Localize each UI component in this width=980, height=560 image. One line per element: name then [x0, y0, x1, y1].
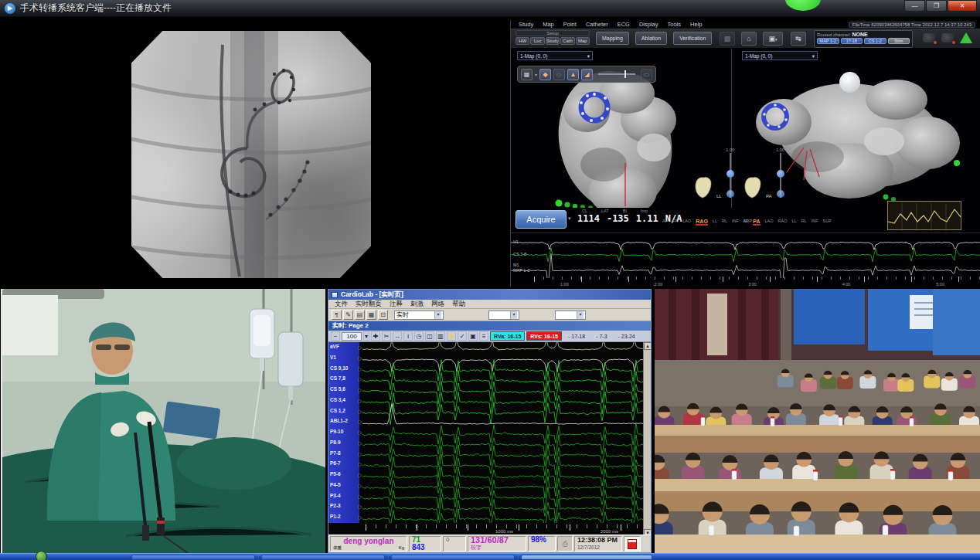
orientation-label[interactable]: LL: [713, 219, 717, 226]
orientation-label[interactable]: LL: [792, 219, 797, 226]
combobox-empty-2[interactable]: ▾: [555, 311, 586, 320]
carto-menu-item[interactable]: Map: [543, 21, 554, 28]
mode-button[interactable]: Ablation: [635, 32, 667, 45]
orientation-label[interactable]: SUP: [823, 219, 832, 226]
channel-pair-label[interactable]: - 17-18: [563, 334, 590, 339]
rva-channel-button[interactable]: RVa: 16-15: [490, 331, 525, 341]
close-button[interactable]: ✕: [948, 0, 977, 12]
channel-row[interactable]: ABL1-2 ▶: [328, 416, 359, 427]
channel-label[interactable]: P7-8: [330, 450, 341, 456]
orientation-label[interactable]: INF: [732, 219, 739, 226]
rvs-channel-button[interactable]: RVs: 16-15: [526, 331, 562, 341]
channel-label[interactable]: P3-4: [330, 493, 341, 498]
channel-label[interactable]: P1-2: [330, 514, 341, 519]
carto-menu-item[interactable]: Tools: [668, 21, 682, 28]
channel-row[interactable]: CS 7,8 ▶: [328, 374, 359, 385]
combobox-empty[interactable]: ▾: [488, 311, 519, 320]
view-mode-button[interactable]: ▦: [521, 69, 533, 80]
carto-menu-item[interactable]: Catheter: [586, 21, 608, 28]
color-map-button[interactable]: ▲: [567, 69, 579, 80]
chevron-down-icon[interactable]: ▾: [568, 216, 571, 222]
amplitude-icon-button[interactable]: Ι: [403, 331, 413, 341]
cardiolab-menu-item[interactable]: 刺激: [410, 300, 424, 309]
channel-label[interactable]: P8-9: [330, 440, 341, 445]
map-selector-left[interactable]: 1-Map (0, 0)▾: [517, 51, 593, 60]
fill-threshold-button[interactable]: ◆: [539, 69, 551, 80]
projection-button[interactable]: ◢: [581, 69, 593, 80]
orientation-label[interactable]: PA: [753, 219, 760, 226]
grid-icon-button[interactable]: ▦: [366, 310, 376, 320]
carto-menu-item[interactable]: ECG: [618, 21, 630, 28]
channel-row[interactable]: P4-5 ▶: [328, 480, 359, 491]
marker-icon-button[interactable]: ✓: [458, 331, 467, 341]
taskbar-button[interactable]: [131, 555, 255, 560]
orientation-label[interactable]: LAO: [765, 219, 774, 226]
channel-row[interactable]: P1-2 ▶: [328, 512, 359, 523]
channel-row[interactable]: CS 9,10 ▶: [328, 364, 359, 375]
setup-button[interactable]: Cath: [560, 37, 574, 45]
taskbar-button[interactable]: [391, 555, 515, 560]
pages-icon-button[interactable]: ▤: [355, 310, 365, 320]
snapshot-icon-button[interactable]: ▣▾: [763, 32, 783, 46]
channel-label[interactable]: CS 9,10: [330, 365, 349, 371]
carto-menu-item[interactable]: Study: [519, 21, 533, 28]
cardiolab-menu-item[interactable]: 注释: [390, 300, 403, 309]
record-indicator[interactable]: [624, 536, 641, 552]
vertical-scrollbar[interactable]: ▲▼: [643, 342, 651, 537]
setup-button[interactable]: Map: [576, 37, 590, 45]
chevron-down-icon[interactable]: ▾: [363, 331, 369, 341]
orientation-label[interactable]: INF: [812, 219, 818, 226]
orientation-label[interactable]: AP: [743, 219, 748, 226]
channel-label[interactable]: V1: [330, 355, 336, 360]
cardiolab-menu-item[interactable]: 网络: [431, 300, 444, 309]
channel-row[interactable]: CS 3,4 ▶: [328, 395, 359, 406]
channel-row[interactable]: P2-3 ▶: [328, 501, 359, 512]
channel-pair-label[interactable]: - 23-24: [614, 334, 640, 339]
channel-row[interactable]: V1 ▶: [328, 353, 359, 364]
carto-menu-item[interactable]: Help: [690, 21, 702, 28]
carto-menu-item[interactable]: Point: [563, 21, 577, 28]
restore-button[interactable]: ❐: [926, 0, 947, 12]
print-icon-button[interactable]: ¶: [332, 310, 342, 320]
channel-row[interactable]: CS 5,6 ▶: [328, 385, 359, 395]
mode-button[interactable]: Verification: [673, 32, 712, 45]
channel-row[interactable]: P8-9 ▶: [328, 438, 359, 449]
channel-label[interactable]: CS 1,2: [330, 408, 345, 413]
channel-label[interactable]: P5-6: [330, 471, 341, 477]
routed-channel-button[interactable]: MAP 1-2: [817, 38, 839, 44]
channel-label[interactable]: CS 7,8: [330, 375, 345, 381]
signal-routing-icon-button[interactable]: ↹: [791, 32, 806, 46]
zoom-in-button[interactable]: ✚: [371, 331, 380, 341]
channel-row[interactable]: aVF ▶: [328, 342, 359, 353]
save-icon-button[interactable]: ≡: [479, 331, 488, 341]
zoom-out-button[interactable]: −: [331, 331, 340, 341]
channel-row[interactable]: CS 1,2 ▶: [328, 406, 359, 417]
zoom-slider-right[interactable]: 1.00: [775, 148, 786, 199]
setup-button[interactable]: HW: [516, 37, 529, 45]
mode-button[interactable]: Mapping: [596, 32, 629, 45]
split-icon-button[interactable]: ◫: [425, 331, 434, 341]
alarm-icon-button[interactable]: ⌂: [741, 32, 757, 46]
channel-label[interactable]: CS 3,4: [330, 397, 345, 402]
taskbar-button-active[interactable]: [521, 555, 652, 560]
orientation-label[interactable]: RAO: [696, 219, 708, 226]
opacity-slider[interactable]: [598, 73, 635, 75]
orientation-label[interactable]: RAO: [778, 219, 788, 226]
minimize-button[interactable]: —: [904, 0, 925, 12]
orientation-label[interactable]: AP: [662, 219, 668, 226]
map-selector-right[interactable]: 1-Map (0, 0)▾: [742, 51, 818, 60]
stim-icon-button[interactable]: ⚡: [447, 331, 456, 341]
channel-pair-label[interactable]: - 7-3: [591, 334, 611, 339]
channel-label[interactable]: ABL1-2: [330, 418, 348, 423]
channel-row[interactable]: P6-7 ▶: [328, 459, 359, 470]
orientation-label[interactable]: LAO: [682, 219, 691, 226]
panel-operating-room-video[interactable]: [1, 289, 325, 553]
channel-row[interactable]: P9-10 ▶: [328, 427, 359, 438]
channel-label[interactable]: P6-7: [330, 460, 341, 466]
setup-button[interactable]: Study: [546, 37, 560, 45]
monitor-icon-button[interactable]: ⊡: [378, 310, 388, 320]
table-icon-button[interactable]: ▥: [436, 331, 445, 341]
mode-combobox[interactable]: 实时▾: [394, 311, 444, 320]
channel-label[interactable]: aVF: [330, 344, 339, 349]
channel-row[interactable]: P3-4 ▶: [328, 491, 359, 502]
